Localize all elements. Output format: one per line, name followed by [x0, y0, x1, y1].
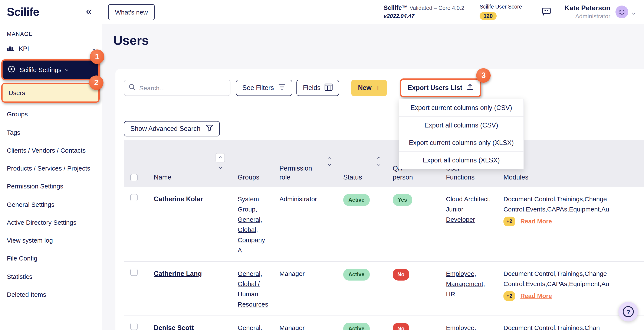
column-label: Name: [154, 173, 172, 182]
users-panel: See Filters Fields: [116, 69, 644, 330]
advanced-search-label: Show Advanced Search: [130, 125, 200, 133]
export-users-list-button[interactable]: Export Users List: [401, 80, 480, 96]
sort-icons[interactable]: [378, 157, 380, 165]
group-link[interactable]: Company: [238, 235, 265, 245]
group-link[interactable]: System: [238, 194, 259, 204]
sidebar-section-label: MANAGE: [0, 24, 102, 40]
sidebar-item-active-directory-settings[interactable]: Active Directory Settings: [0, 214, 102, 232]
feedback-icon[interactable]: [541, 7, 552, 17]
group-link[interactable]: Group,: [238, 204, 257, 214]
column-header-permission-role[interactable]: Permission role: [272, 140, 336, 187]
export-dropdown-wrap: Export Users List 3 Export current colum…: [400, 79, 482, 97]
whats-new-button[interactable]: What's new: [108, 4, 154, 20]
modules-text: Document Control,Trainings,Chan: [504, 323, 640, 330]
sidebar-item-view-system-log[interactable]: View system log: [0, 231, 102, 250]
version-text: v2022.04.47: [384, 12, 464, 21]
sidebar-item-general-settings[interactable]: General Settings: [0, 195, 102, 214]
sidebar-item-permission-settings[interactable]: Permission Settings: [0, 178, 102, 196]
toolbar: See Filters Fields: [124, 79, 644, 97]
logo-area: Scilife «: [0, 5, 102, 19]
sidebar-item-file-config[interactable]: File Config: [0, 250, 102, 268]
validated-text: Validated – Core 4.0.2: [410, 5, 464, 11]
sidebar-item-users[interactable]: Users: [2, 84, 98, 102]
sidebar-item-tags[interactable]: Tags: [0, 123, 102, 142]
top-bar: Scilife « What's new Scilife™ Validated …: [0, 0, 644, 24]
group-link[interactable]: Human: [238, 289, 258, 299]
function-link[interactable]: Junior: [446, 204, 464, 214]
sidebar-item-scilife-settings[interactable]: Scilife Settings: [2, 61, 98, 79]
sidebar-item-clients-vendors-contacts[interactable]: Clients / Vendors / Contacts: [0, 142, 102, 160]
search-icon: [129, 84, 136, 92]
user-name-link[interactable]: Denise Scott: [154, 324, 194, 330]
column-header-groups[interactable]: Groups: [230, 140, 272, 187]
modules-text: Document Control,Trainings,Change: [504, 269, 640, 279]
sidebar-item-statistics[interactable]: Statistics: [0, 267, 102, 286]
group-link[interactable]: General,: [238, 269, 262, 279]
question-mark-icon: ?: [623, 306, 634, 317]
function-link[interactable]: Developer: [446, 214, 475, 225]
user-menu-chevron-icon[interactable]: [631, 7, 636, 18]
group-link[interactable]: A: [238, 245, 242, 255]
row-checkbox[interactable]: [130, 323, 138, 330]
select-all-checkbox[interactable]: [130, 174, 138, 181]
annotation-step-3: 3: [476, 68, 491, 83]
function-link[interactable]: Employee,: [446, 269, 476, 279]
export-menu-item-all-xlsx[interactable]: Export all columns (XLSX): [399, 152, 524, 169]
row-checkbox[interactable]: [130, 269, 138, 276]
function-link[interactable]: HR: [446, 289, 455, 299]
more-count-badge: +2: [504, 217, 515, 226]
column-header-name[interactable]: Name: [146, 140, 230, 187]
avatar[interactable]: [616, 6, 628, 18]
read-more-link[interactable]: Read More: [520, 291, 552, 301]
group-link[interactable]: Resources: [238, 299, 268, 309]
user-name-link[interactable]: Catherine Lang: [154, 270, 202, 277]
row-checkbox[interactable]: [130, 194, 138, 201]
export-menu-item-all-csv[interactable]: Export all columns (CSV): [399, 117, 524, 134]
table-row: Catherine Lang General, Global / Human R…: [124, 261, 644, 315]
table-grid-icon: [325, 83, 333, 92]
user-menu[interactable]: Kate Peterson Administrator: [564, 4, 610, 20]
status-badge: Active: [343, 269, 370, 280]
annotation-step-2: 2: [89, 76, 104, 90]
group-link[interactable]: General,: [238, 323, 262, 330]
show-advanced-search-button[interactable]: Show Advanced Search: [124, 121, 220, 136]
function-link[interactable]: Management,: [446, 279, 485, 289]
sidebar-item-groups[interactable]: Groups: [0, 106, 102, 124]
kpi-chart-icon: [7, 44, 14, 53]
table-row: Catherine Kolar System Group, General, G…: [124, 187, 644, 261]
fields-button[interactable]: Fields: [296, 80, 339, 96]
group-link[interactable]: General,: [238, 214, 262, 225]
sidebar-item-label: KPI: [19, 44, 29, 53]
export-menu-item-current-xlsx[interactable]: Export current columns only (XLSX): [399, 134, 524, 152]
read-more-link[interactable]: Read More: [520, 217, 552, 226]
new-button[interactable]: New +: [352, 80, 387, 96]
qa-badge: No: [393, 323, 409, 330]
qa-badge: Yes: [393, 194, 412, 206]
sidebar-item-kpi[interactable]: KPI: [0, 40, 102, 58]
group-link[interactable]: Global,: [238, 225, 258, 235]
status-badge: Active: [343, 323, 370, 330]
search-input[interactable]: [139, 84, 226, 92]
group-link[interactable]: Global /: [238, 279, 260, 289]
permission-role-cell: Manager: [272, 262, 336, 315]
sidebar-item-products-services-projects[interactable]: Products / Services / Projects: [0, 159, 102, 178]
modules-text: Control,Events,CAPAs,Equipment,Au: [504, 204, 640, 214]
chevron-down-icon: [66, 68, 68, 71]
help-button[interactable]: ?: [618, 302, 638, 321]
function-link[interactable]: Employee,: [446, 323, 476, 330]
function-link[interactable]: Cloud Architect,: [446, 194, 491, 204]
export-label: Export Users List: [408, 84, 462, 92]
see-filters-button[interactable]: See Filters: [236, 80, 292, 96]
sort-icons[interactable]: [328, 157, 330, 165]
sidebar-item-deleted-items[interactable]: Deleted Items: [0, 286, 102, 304]
user-role: Administrator: [564, 13, 610, 20]
export-menu-item-current-csv[interactable]: Export current columns only (CSV): [399, 99, 524, 117]
column-label: Modules: [504, 173, 528, 182]
column-header-status[interactable]: Status: [336, 140, 385, 187]
sort-icons[interactable]: [216, 153, 225, 168]
user-score-label: Scilife User Score: [480, 4, 522, 10]
users-table: Name Groups Permission role: [124, 140, 644, 330]
sidebar-collapse-icon[interactable]: «: [86, 6, 92, 17]
user-functions-cell: Employee, Management,: [438, 316, 496, 330]
user-name-link[interactable]: Catherine Kolar: [154, 195, 203, 202]
